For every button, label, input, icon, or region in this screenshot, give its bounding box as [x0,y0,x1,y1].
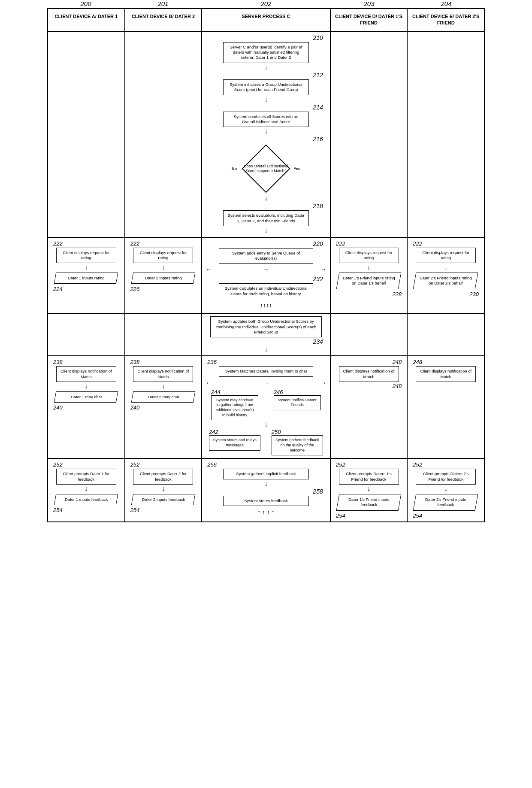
step-num-232: 232 [313,276,323,282]
cell-b2: 222 Client displays request for rating ↓… [125,237,202,313]
arrow-214-216: ↓ [264,128,268,135]
box-222d: Client displays request for rating [416,248,476,264]
row-4: 238 Client displays notification of Matc… [48,356,484,458]
cell-d2: 222 Client displays request for rating ↓… [330,237,408,313]
steps-244-246: 244 System may continue to gather rating… [206,389,326,421]
cell-e3 [407,313,484,356]
arrows-220: ← → → [206,266,326,273]
step-num-252b: 252 [130,461,140,468]
box-220: System adds entry to Serve Queue of eval… [219,248,313,264]
steps-242-250: 242 System stores and relays messages 25… [206,429,326,455]
arrows-match: ← → → [206,379,326,386]
box-252b: Client prompts Dater 2 for feedback [133,469,193,485]
parallelogram-228: Dater 1's Friend inputs rating on Dater … [336,273,401,289]
step-num-252d: 252 [413,461,422,468]
row-5: 252 Client prompts Dater 1 for feedback … [48,458,484,521]
arr-d2: ↓ [367,264,371,271]
parallelogram-254c: Dater 1's Friend inputs feedback [336,494,401,511]
arrows-232: ↑↑↑↑ [206,302,326,309]
cell-e1 [407,31,484,237]
step-num-254c: 254 [336,512,345,519]
step-num-254a: 254 [53,507,63,513]
step-num-214: 214 [313,104,323,111]
cell-d3 [330,313,408,356]
header-col-b: CLIENT DEVICE B/ DATER 2 [125,9,202,31]
arr-b2: ↓ [161,264,165,271]
step-num-242: 242 [209,429,218,435]
cell-d5: 252 Client prompts Daters 1's Friend for… [330,458,408,521]
arr-b4: ↓ [161,383,165,390]
cell-a5: 252 Client prompts Dater 1 for feedback … [48,458,125,521]
header-col-c: SERVER PROCESS C [202,9,330,31]
step-num-234: 234 [313,338,323,345]
box-222b: Client displays request for rating [133,248,193,264]
step-num-240a: 240 [53,404,63,411]
step-num-250: 250 [272,429,281,435]
cell-server-2: 220 System adds entry to Serve Queue of … [202,237,330,313]
arrow-218-220: ↓ [264,227,268,234]
box-222a: Client displays request for rating [56,248,116,264]
box-250: System gathers feedback on the quality o… [272,435,323,455]
cell-e5: 252 Client prompts Daters 2's Friend for… [407,458,484,521]
cell-e2: 222 Client displays request for rating ↓… [407,237,484,313]
step-num-224: 224 [53,286,63,292]
arrow-212-214: ↓ [264,96,268,103]
no-label: No [232,167,237,171]
step-num-222c: 222 [336,240,345,247]
cell-b5: 252 Client prompts Dater 2 for feedback … [125,458,202,521]
cell-a2: 222 Client displays request for rating ↓… [48,237,125,313]
step-num-252a: 252 [53,461,63,468]
box-218: System selects evaluators, including Dat… [223,210,309,226]
arr-a5: ↓ [85,485,88,492]
step-num-258: 258 [313,488,323,495]
cell-server-4: 236 System Matches Daters, inviting them… [202,356,330,458]
step-num-230: 230 [469,291,479,297]
main-container: 200 201 202 203 204 CLIENT DEVICE A/ DAT… [9,0,523,522]
step-num-244: 244 [211,389,221,395]
row-3: System updates both Group Unidirectional… [48,313,484,356]
parallelogram-254b: Dater 2 inputs feedback [131,494,195,505]
row-1: 210 Server C and/or user(s) identify a p… [48,31,484,237]
parallelogram-254a: Dater 1 inputs feedback [54,494,118,505]
step-num-228: 228 [393,291,402,297]
step-num-248a: 248 [393,359,402,365]
step-num-252c: 252 [336,461,345,468]
arr-a4: ↓ [85,383,88,390]
cell-server-3: System updates both Group Unidirectional… [202,313,330,356]
box-212: System initializes a Group Unidirectiona… [223,79,309,95]
step-num-248b: 248 [413,359,422,365]
ref-203: 203 [330,0,408,7]
step-num-246: 246 [274,389,283,395]
step-num-220: 220 [313,240,323,247]
box-244: System may continue to gather ratings fr… [211,395,258,421]
cell-a1 [48,31,125,237]
box-246: System notifies Daters' Friends [274,395,321,410]
arr-b5: ↓ [161,485,165,492]
box-210: Server C and/or user(s) identify a pair … [223,42,309,63]
step-num-222b: 222 [130,240,140,247]
arrow-256-258: ↓ [264,480,268,487]
step-num-218: 218 [313,203,323,209]
step-num-238b: 238 [130,359,140,365]
row-2: 222 Client displays request for rating ↓… [48,237,484,313]
box-248b: Client displays notification of Match [416,366,476,382]
cell-server-1: 210 Server C and/or user(s) identify a p… [202,31,330,237]
step-num-216: 216 [313,136,323,142]
cell-d4: 248 Client displays notification of Matc… [330,356,408,458]
parallelogram-254d: Dater 2's Friend inputs feedback [413,494,478,511]
cell-b4: 238 Client displays notification of Matc… [125,356,202,458]
step-num-210: 210 [313,34,323,41]
arrow-server-4: ↓ [264,421,268,428]
cell-e4: 248 Client displays notification of Matc… [407,356,484,458]
parallelogram-230: Dater 2's Friend inputs rating on Dater … [413,273,478,289]
parallelogram-240a: Dater 1 may chat [54,391,118,403]
cell-d1 [330,31,408,237]
step-num-212: 212 [313,72,323,79]
box-248a: Client displays notification of Match [339,366,399,382]
arr-a2: ↓ [85,264,88,271]
step-num-222d: 222 [413,240,422,247]
step-num-236: 236 [207,359,217,365]
box-252d: Client prompts Daters 2's Friend for fee… [416,469,476,485]
arrow-216-218: ↓ [264,195,268,202]
step-num-256: 256 [207,461,217,468]
